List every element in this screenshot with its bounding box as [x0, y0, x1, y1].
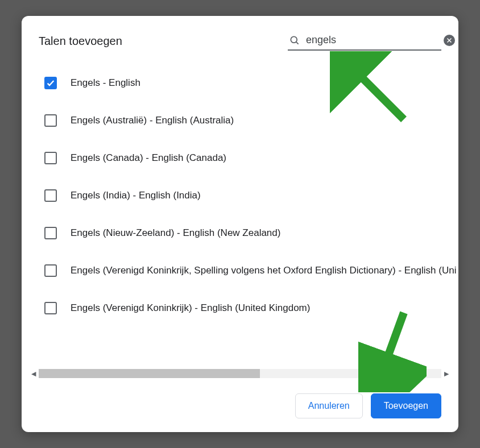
- clear-search-button[interactable]: [444, 35, 455, 46]
- scroll-left-arrow-icon[interactable]: ◀: [28, 370, 39, 378]
- dialog-header: Talen toevoegen: [22, 32, 458, 57]
- language-item[interactable]: Engels (Verenigd Koninkrijk) - English (…: [38, 289, 454, 327]
- search-field[interactable]: [288, 32, 441, 51]
- horizontal-scrollbar[interactable]: ◀ ▶: [28, 368, 452, 379]
- language-label: Engels (Verenigd Koninkrijk) - English (…: [71, 302, 310, 314]
- search-icon: [289, 35, 300, 46]
- language-checkbox[interactable]: [44, 302, 57, 314]
- language-checkbox[interactable]: [44, 114, 57, 127]
- language-checkbox[interactable]: [44, 264, 57, 277]
- language-checkbox[interactable]: [44, 152, 57, 164]
- scroll-right-arrow-icon[interactable]: ▶: [441, 370, 452, 378]
- svg-point-0: [291, 36, 297, 43]
- add-button[interactable]: Toevoegen: [371, 393, 441, 418]
- language-label: Engels (Nieuw-Zeeland) - English (New Ze…: [71, 227, 280, 239]
- language-label: Engels (Canada) - English (Canada): [71, 152, 226, 164]
- language-item[interactable]: Engels (Nieuw-Zeeland) - English (New Ze…: [38, 214, 454, 252]
- add-languages-dialog: Talen toevoegen Engels - EnglishEngels (…: [22, 16, 458, 432]
- language-item[interactable]: Engels - English: [38, 64, 454, 102]
- scroll-thumb[interactable]: [39, 369, 260, 378]
- language-item[interactable]: Engels (Verenigd Koninkrijk, Spelling vo…: [38, 252, 454, 289]
- language-list[interactable]: Engels - EnglishEngels (Australië) - Eng…: [38, 64, 456, 368]
- language-label: Engels (India) - English (India): [71, 190, 201, 201]
- language-item[interactable]: Engels (Canada) - English (Canada): [38, 139, 454, 177]
- language-label: Engels - English: [71, 77, 140, 89]
- language-checkbox[interactable]: [44, 189, 57, 202]
- language-label: Engels (Verenigd Koninkrijk, Spelling vo…: [71, 265, 456, 276]
- cancel-button[interactable]: Annuleren: [295, 393, 363, 418]
- language-item[interactable]: Engels (Australië) - English (Australia): [38, 102, 454, 139]
- search-input[interactable]: [306, 34, 438, 46]
- language-item[interactable]: Engels (India) - English (India): [38, 177, 454, 214]
- svg-line-1: [296, 42, 299, 44]
- dialog-title: Talen toevoegen: [39, 35, 122, 48]
- language-label: Engels (Australië) - English (Australia): [71, 115, 234, 126]
- scroll-track[interactable]: [39, 369, 441, 378]
- dialog-footer: Annuleren Toevoegen: [22, 379, 458, 418]
- close-icon: [446, 37, 453, 44]
- language-checkbox[interactable]: [44, 227, 57, 239]
- language-checkbox[interactable]: [44, 77, 57, 89]
